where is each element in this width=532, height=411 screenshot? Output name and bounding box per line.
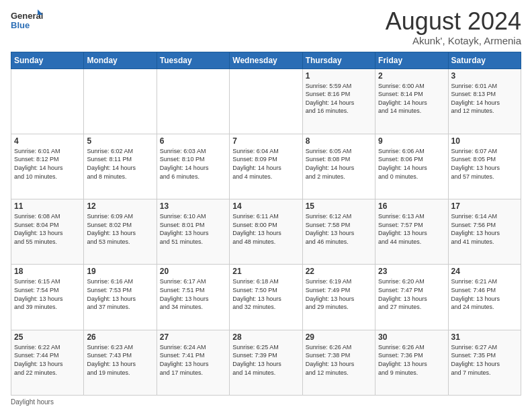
day-info: Sunrise: 6:24 AMSunset: 7:41 PMDaylight:… [160,343,226,377]
day-number: 29 [306,332,372,342]
day-info: Sunrise: 6:05 AMSunset: 8:08 PMDaylight:… [306,147,372,181]
day-number: 4 [14,136,81,146]
table-row: 14Sunrise: 6:11 AMSunset: 8:00 PMDayligh… [230,199,302,265]
day-number: 22 [306,267,372,276]
day-number: 10 [451,136,518,146]
day-info: Sunrise: 6:14 AMSunset: 7:56 PMDaylight:… [451,212,518,246]
table-row: 30Sunrise: 6:26 AMSunset: 7:36 PMDayligh… [375,330,448,395]
day-info: Sunrise: 6:26 AMSunset: 7:38 PMDaylight:… [306,343,372,377]
day-number: 6 [160,136,226,146]
day-number: 23 [378,267,445,276]
day-number: 24 [451,267,518,276]
table-row: 19Sunrise: 6:16 AMSunset: 7:53 PMDayligh… [84,265,157,330]
day-info: Sunrise: 5:59 AMSunset: 8:16 PMDaylight:… [306,82,372,116]
table-row: 16Sunrise: 6:13 AMSunset: 7:57 PMDayligh… [375,199,448,265]
header-thursday: Thursday [302,52,375,68]
day-info: Sunrise: 6:01 AMSunset: 8:13 PMDaylight:… [451,82,518,116]
table-row: 1Sunrise: 5:59 AMSunset: 8:16 PMDaylight… [302,68,375,134]
table-row: 27Sunrise: 6:24 AMSunset: 7:41 PMDayligh… [157,330,229,395]
table-row: 21Sunrise: 6:18 AMSunset: 7:50 PMDayligh… [230,265,302,330]
table-row: 28Sunrise: 6:25 AMSunset: 7:39 PMDayligh… [230,330,302,395]
day-number: 16 [378,201,445,211]
day-number: 7 [232,136,299,146]
day-info: Sunrise: 6:25 AMSunset: 7:39 PMDaylight:… [232,343,299,377]
table-row: 2Sunrise: 6:00 AMSunset: 8:14 PMDaylight… [375,68,448,134]
title-section: August 2024 Akunk', Kotayk, Armenia [386,8,521,46]
table-row: 17Sunrise: 6:14 AMSunset: 7:56 PMDayligh… [448,199,521,265]
day-number: 15 [306,201,372,211]
day-number: 25 [14,332,81,342]
table-row: 20Sunrise: 6:17 AMSunset: 7:51 PMDayligh… [157,265,229,330]
day-info: Sunrise: 6:26 AMSunset: 7:36 PMDaylight:… [378,343,445,377]
day-number: 5 [87,136,153,146]
table-row: 3Sunrise: 6:01 AMSunset: 8:13 PMDaylight… [448,68,521,134]
day-info: Sunrise: 6:02 AMSunset: 8:11 PMDaylight:… [87,147,153,181]
day-number: 26 [87,332,153,342]
table-row [11,68,84,134]
day-number: 30 [378,332,445,342]
header-saturday: Saturday [448,52,521,68]
day-number: 14 [232,201,299,211]
table-row: 11Sunrise: 6:08 AMSunset: 8:04 PMDayligh… [11,199,84,265]
day-info: Sunrise: 6:16 AMSunset: 7:53 PMDaylight:… [87,277,153,311]
table-row: 23Sunrise: 6:20 AMSunset: 7:47 PMDayligh… [375,265,448,330]
table-row: 22Sunrise: 6:19 AMSunset: 7:49 PMDayligh… [302,265,375,330]
footer: Daylight hours [11,398,521,406]
header-sunday: Sunday [11,52,84,68]
day-info: Sunrise: 6:03 AMSunset: 8:10 PMDaylight:… [160,147,226,181]
page: General Blue August 2024 Akunk', Kotayk,… [0,0,532,411]
day-info: Sunrise: 6:06 AMSunset: 8:06 PMDaylight:… [378,147,445,181]
day-info: Sunrise: 6:13 AMSunset: 7:57 PMDaylight:… [378,212,445,246]
day-info: Sunrise: 6:20 AMSunset: 7:47 PMDaylight:… [378,277,445,311]
svg-text:Blue: Blue [11,20,30,30]
header-monday: Monday [84,52,157,68]
header-tuesday: Tuesday [157,52,229,68]
day-info: Sunrise: 6:01 AMSunset: 8:12 PMDaylight:… [14,147,81,181]
day-number: 27 [160,332,226,342]
calendar-week-2: 4Sunrise: 6:01 AMSunset: 8:12 PMDaylight… [11,134,521,199]
day-info: Sunrise: 6:00 AMSunset: 8:14 PMDaylight:… [378,82,445,116]
day-info: Sunrise: 6:18 AMSunset: 7:50 PMDaylight:… [232,277,299,311]
day-number: 18 [14,267,81,276]
day-info: Sunrise: 6:27 AMSunset: 7:35 PMDaylight:… [451,343,518,377]
calendar-week-3: 11Sunrise: 6:08 AMSunset: 8:04 PMDayligh… [11,199,521,265]
table-row [230,68,302,134]
day-number: 19 [87,267,153,276]
calendar-week-5: 25Sunrise: 6:22 AMSunset: 7:44 PMDayligh… [11,330,521,395]
day-info: Sunrise: 6:15 AMSunset: 7:54 PMDaylight:… [14,277,81,311]
day-info: Sunrise: 6:23 AMSunset: 7:43 PMDaylight:… [87,343,153,377]
day-info: Sunrise: 6:09 AMSunset: 8:02 PMDaylight:… [87,212,153,246]
day-number: 3 [451,71,518,81]
day-info: Sunrise: 6:19 AMSunset: 7:49 PMDaylight:… [306,277,372,311]
day-info: Sunrise: 6:10 AMSunset: 8:01 PMDaylight:… [160,212,226,246]
table-row: 29Sunrise: 6:26 AMSunset: 7:38 PMDayligh… [302,330,375,395]
table-row: 15Sunrise: 6:12 AMSunset: 7:58 PMDayligh… [302,199,375,265]
main-title: August 2024 [386,8,521,35]
calendar-week-1: 1Sunrise: 5:59 AMSunset: 8:16 PMDaylight… [11,68,521,134]
table-row: 7Sunrise: 6:04 AMSunset: 8:09 PMDaylight… [230,134,302,199]
day-info: Sunrise: 6:11 AMSunset: 8:00 PMDaylight:… [232,212,299,246]
general-blue-logo-icon: General Blue [11,8,43,32]
table-row: 4Sunrise: 6:01 AMSunset: 8:12 PMDaylight… [11,134,84,199]
day-info: Sunrise: 6:04 AMSunset: 8:09 PMDaylight:… [232,147,299,181]
day-number: 1 [306,71,372,81]
day-number: 13 [160,201,226,211]
header-wednesday: Wednesday [230,52,302,68]
table-row: 10Sunrise: 6:07 AMSunset: 8:05 PMDayligh… [448,134,521,199]
calendar-header-row: Sunday Monday Tuesday Wednesday Thursday… [11,52,521,68]
day-number: 31 [451,332,518,342]
table-row: 26Sunrise: 6:23 AMSunset: 7:43 PMDayligh… [84,330,157,395]
table-row: 9Sunrise: 6:06 AMSunset: 8:06 PMDaylight… [375,134,448,199]
table-row [157,68,229,134]
day-number: 9 [378,136,445,146]
calendar-table: Sunday Monday Tuesday Wednesday Thursday… [11,52,521,396]
day-number: 2 [378,71,445,81]
table-row: 24Sunrise: 6:21 AMSunset: 7:46 PMDayligh… [448,265,521,330]
calendar-week-4: 18Sunrise: 6:15 AMSunset: 7:54 PMDayligh… [11,265,521,330]
footer-text: Daylight hours [11,398,54,406]
table-row: 13Sunrise: 6:10 AMSunset: 8:01 PMDayligh… [157,199,229,265]
logo: General Blue [11,8,43,32]
day-number: 8 [306,136,372,146]
header-friday: Friday [375,52,448,68]
top-section: General Blue August 2024 Akunk', Kotayk,… [11,8,521,46]
